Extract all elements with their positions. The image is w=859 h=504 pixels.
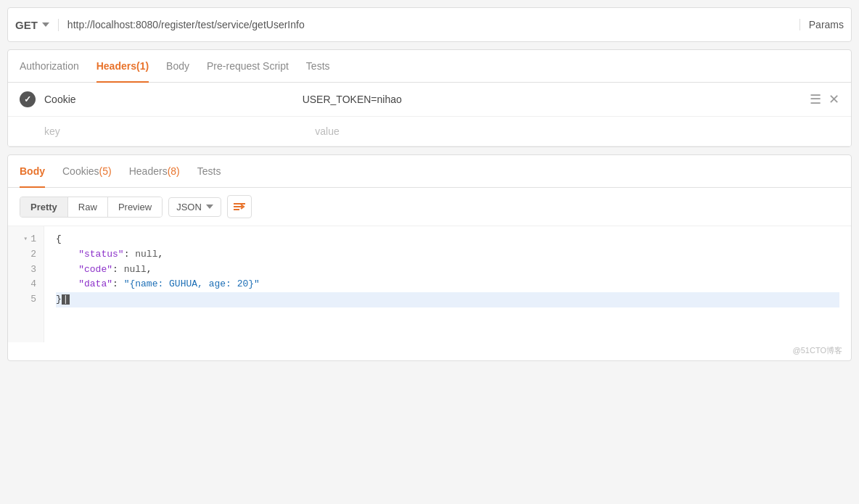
cookies-badge: (5) xyxy=(99,165,112,177)
format-btn-group: Pretty Raw Preview xyxy=(20,197,163,218)
tab-prerequest[interactable]: Pre-request Script xyxy=(207,50,289,82)
collapse-arrow-1[interactable]: ▾ xyxy=(23,234,28,245)
code-line-4: "data": "{name: GUHUA, age: 20}" xyxy=(56,277,839,292)
code-line-2: "status": null, xyxy=(56,247,839,263)
request-section: Authorization Headers(1) Body Pre-reques… xyxy=(7,49,852,147)
wrap-icon[interactable] xyxy=(227,195,252,218)
format-btn-preview[interactable]: Preview xyxy=(108,197,162,217)
url-bar: GET Params xyxy=(7,7,852,42)
header-row-1: Cookie USER_TOKEN=nihao ☰ ✕ xyxy=(8,83,851,117)
format-btn-raw[interactable]: Raw xyxy=(68,197,108,217)
line-num-5: 5 xyxy=(15,292,36,307)
headers-badge: (1) xyxy=(136,60,149,72)
response-section: Body Cookies(5) Headers(8) Tests Pretty … xyxy=(7,154,852,361)
line-num-2: 2 xyxy=(15,247,36,263)
format-chevron-icon xyxy=(206,205,213,209)
format-toolbar: Pretty Raw Preview JSON xyxy=(8,188,851,226)
response-tab-tests[interactable]: Tests xyxy=(197,155,221,187)
response-tab-body[interactable]: Body xyxy=(20,155,45,187)
header-key-placeholder[interactable]: key xyxy=(44,125,306,137)
line-num-3: 3 xyxy=(15,263,36,278)
code-line-3: "code": null, xyxy=(56,263,839,278)
json-format-label: JSON xyxy=(176,202,202,212)
line-numbers: ▾ 1 2 3 4 5 xyxy=(8,226,44,342)
header-value-placeholder[interactable]: value xyxy=(315,125,839,137)
params-label[interactable]: Params xyxy=(800,19,844,30)
header-key-1[interactable]: Cookie xyxy=(44,94,294,105)
line-num-4: 4 xyxy=(15,277,36,292)
header-actions-1: ☰ ✕ xyxy=(810,91,839,107)
tab-tests[interactable]: Tests xyxy=(306,50,330,82)
response-tab-cookies[interactable]: Cookies(5) xyxy=(62,155,112,187)
method-label: GET xyxy=(15,19,38,31)
header-value-1[interactable]: USER_TOKEN=nihao xyxy=(303,94,801,105)
tab-body[interactable]: Body xyxy=(166,50,189,82)
response-tabs-row: Body Cookies(5) Headers(8) Tests xyxy=(8,155,851,188)
header-row-placeholder: key value xyxy=(8,117,851,146)
delete-icon[interactable]: ✕ xyxy=(829,91,839,107)
code-view: ▾ 1 2 3 4 5 { "status": null, "code": nu… xyxy=(8,226,851,342)
check-icon[interactable] xyxy=(20,91,36,107)
method-selector[interactable]: GET xyxy=(15,19,59,31)
format-btn-pretty[interactable]: Pretty xyxy=(20,197,68,217)
watermark: @51CTO博客 xyxy=(8,342,851,360)
response-tab-headers[interactable]: Headers(8) xyxy=(129,155,180,187)
url-input[interactable] xyxy=(67,19,794,30)
menu-icon[interactable]: ☰ xyxy=(810,91,821,107)
headers-content: Cookie USER_TOKEN=nihao ☰ ✕ key value xyxy=(8,83,851,146)
code-line-5: }| xyxy=(56,292,839,307)
chevron-down-icon xyxy=(42,22,49,27)
tab-authorization[interactable]: Authorization xyxy=(20,50,79,82)
line-num-1: ▾ 1 xyxy=(15,232,36,247)
request-tabs-row: Authorization Headers(1) Body Pre-reques… xyxy=(8,50,851,83)
code-content[interactable]: { "status": null, "code": null, "data": … xyxy=(44,226,851,342)
tab-headers[interactable]: Headers(1) xyxy=(96,50,149,82)
response-headers-badge: (8) xyxy=(168,165,180,177)
json-format-select[interactable]: JSON xyxy=(168,197,221,217)
code-line-1: { xyxy=(56,232,839,247)
